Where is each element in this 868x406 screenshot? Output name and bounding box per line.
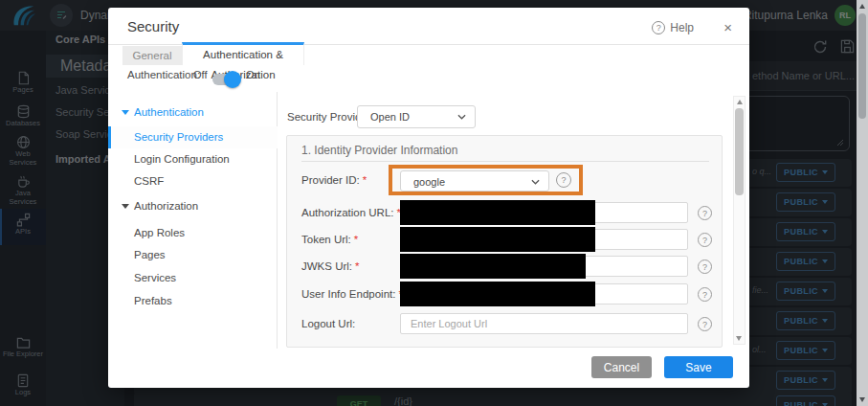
redacted-value	[400, 282, 595, 306]
toggle-knob[interactable]	[224, 71, 241, 88]
nav-group-authorization[interactable]: Authorization	[108, 195, 278, 217]
triangle-down-icon	[122, 110, 129, 115]
help-label: Help	[670, 21, 694, 34]
triangle-down-icon	[122, 204, 129, 209]
security-provider-select[interactable]: Open ID	[357, 105, 476, 128]
question-icon[interactable]: ?	[698, 206, 712, 220]
help-icon: ?	[652, 21, 665, 34]
nav-item-prefabs[interactable]: Prefabs	[108, 290, 278, 312]
divider	[301, 161, 709, 162]
tab-general[interactable]: General	[122, 46, 182, 65]
authorization-url-label: Authorization URL:*	[301, 207, 401, 218]
identity-provider-section: 1. Identity Provider Information Provide…	[286, 135, 723, 348]
close-icon[interactable]: ×	[723, 19, 732, 35]
scroll-up-arrow-icon[interactable]	[859, 4, 865, 9]
redacted-value	[400, 227, 595, 252]
provider-id-select[interactable]: google	[400, 170, 549, 192]
user-info-endpoint-label: User Info Endpoint:*	[301, 288, 403, 300]
cancel-button[interactable]: Cancel	[591, 356, 652, 378]
nav-item-login-configuration[interactable]: Login Configuration	[108, 148, 278, 170]
scrollbar-thumb[interactable]	[735, 108, 744, 195]
redacted-value	[400, 200, 595, 225]
question-icon[interactable]: ?	[698, 287, 712, 302]
dialog-scrollbar[interactable]	[733, 96, 746, 345]
question-icon[interactable]: ?	[698, 317, 712, 331]
question-icon[interactable]: ?	[556, 172, 571, 188]
security-dialog: Security ? Help × General Authentication…	[108, 8, 749, 388]
jwks-url-label: JWKS Url:*	[301, 260, 360, 272]
scroll-down-arrow-icon[interactable]	[736, 336, 742, 341]
question-icon[interactable]: ?	[698, 233, 712, 247]
chevron-down-icon	[531, 179, 540, 185]
scrollbar-thumb[interactable]	[858, 13, 866, 119]
token-url-label: Token Url:*	[301, 234, 358, 245]
toggle-off-label: Off	[193, 69, 207, 80]
question-icon[interactable]: ?	[698, 259, 712, 274]
scroll-down-arrow-icon[interactable]	[859, 397, 865, 402]
page-scrollbar[interactable]	[857, 0, 868, 406]
toggle-on-label: On	[246, 69, 260, 80]
dialog-title: Security	[127, 18, 179, 34]
selected-value: google	[413, 171, 445, 192]
provider-id-label: Provider ID:*	[301, 174, 367, 186]
nav-item-services[interactable]: Services	[108, 267, 278, 289]
nav-item-security-providers[interactable]: Security Providers	[108, 126, 278, 148]
tab-authentication-authorization[interactable]: Authentication & Authorization	[182, 42, 304, 65]
help-button[interactable]: ? Help	[652, 21, 694, 34]
save-button[interactable]: Save	[664, 356, 733, 378]
screen: Dynamic Ritupurna Lenka RL Pages Databas…	[0, 0, 868, 406]
dialog-sidebar: Authentication Security Providers Login …	[108, 92, 278, 349]
scroll-up-arrow-icon[interactable]	[737, 100, 743, 104]
nav-item-app-roles[interactable]: App Roles	[108, 222, 278, 244]
nav-group-authentication[interactable]: Authentication	[108, 102, 278, 124]
nav-item-pages[interactable]: Pages	[108, 244, 278, 266]
authentication-toggle-label: Authentication:	[127, 69, 200, 80]
logout-url-label: Logout Url:	[301, 318, 355, 329]
logout-url-input[interactable]	[400, 313, 688, 334]
nav-item-csrf[interactable]: CSRF	[108, 170, 278, 192]
redacted-value	[400, 254, 586, 279]
chevron-down-icon	[457, 114, 466, 120]
section-title: 1. Identity Provider Information	[301, 144, 457, 157]
selected-value: Open ID	[370, 106, 410, 127]
